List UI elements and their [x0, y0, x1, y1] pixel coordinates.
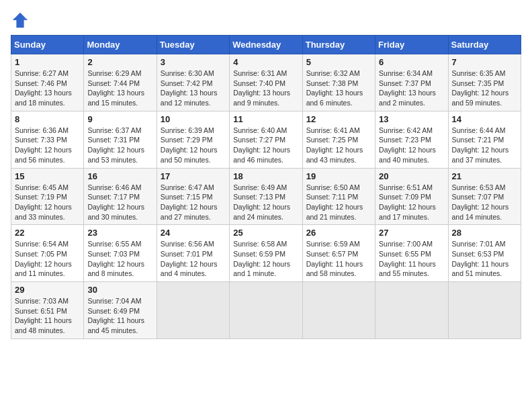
column-header-monday: Monday [84, 36, 157, 54]
calendar-cell: 29Sunrise: 7:03 AMSunset: 6:51 PMDayligh… [11, 282, 84, 339]
day-number: 23 [87, 228, 152, 238]
calendar-cell: 18Sunrise: 6:49 AMSunset: 7:13 PMDayligh… [230, 168, 302, 225]
day-number: 4 [233, 57, 298, 67]
day-info: Sunrise: 6:42 AMSunset: 7:23 PMDaylight:… [379, 126, 444, 165]
calendar-cell [230, 282, 302, 339]
calendar-cell: 1Sunrise: 6:27 AMSunset: 7:46 PMDaylight… [11, 54, 84, 111]
calendar-cell: 12Sunrise: 6:41 AMSunset: 7:25 PMDayligh… [302, 111, 375, 168]
day-number: 16 [87, 171, 152, 181]
calendar-cell: 5Sunrise: 6:32 AMSunset: 7:38 PMDaylight… [302, 54, 375, 111]
day-info: Sunrise: 6:51 AMSunset: 7:09 PMDaylight:… [379, 183, 444, 222]
calendar-cell: 24Sunrise: 6:56 AMSunset: 7:01 PMDayligh… [157, 225, 229, 282]
calendar-cell: 14Sunrise: 6:44 AMSunset: 7:21 PMDayligh… [448, 111, 521, 168]
column-header-sunday: Sunday [11, 36, 84, 54]
calendar-cell: 17Sunrise: 6:47 AMSunset: 7:15 PMDayligh… [157, 168, 229, 225]
day-number: 30 [87, 285, 152, 295]
day-info: Sunrise: 6:44 AMSunset: 7:21 PMDaylight:… [452, 126, 517, 165]
day-info: Sunrise: 6:36 AMSunset: 7:33 PMDaylight:… [15, 126, 80, 165]
day-number: 21 [452, 171, 517, 181]
logo-icon [11, 11, 30, 30]
calendar-week-4: 22Sunrise: 6:54 AMSunset: 7:05 PMDayligh… [11, 225, 521, 282]
day-info: Sunrise: 7:03 AMSunset: 6:51 PMDaylight:… [15, 296, 80, 336]
day-number: 29 [15, 285, 80, 295]
day-info: Sunrise: 6:29 AMSunset: 7:44 PMDaylight:… [87, 68, 152, 108]
day-info: Sunrise: 6:32 AMSunset: 7:38 PMDaylight:… [306, 68, 371, 108]
calendar-cell [375, 282, 448, 339]
day-number: 19 [306, 171, 371, 181]
calendar-header-row: SundayMondayTuesdayWednesdayThursdayFrid… [11, 36, 521, 54]
calendar-cell: 7Sunrise: 6:35 AMSunset: 7:35 PMDaylight… [448, 54, 521, 111]
day-number: 28 [452, 228, 517, 238]
day-number: 18 [233, 171, 298, 181]
day-number: 9 [87, 114, 152, 124]
calendar-cell: 2Sunrise: 6:29 AMSunset: 7:44 PMDaylight… [84, 54, 157, 111]
calendar-cell: 3Sunrise: 6:30 AMSunset: 7:42 PMDaylight… [157, 54, 229, 111]
calendar-cell: 6Sunrise: 6:34 AMSunset: 7:37 PMDaylight… [375, 54, 448, 111]
day-number: 8 [15, 114, 80, 124]
calendar-table: SundayMondayTuesdayWednesdayThursdayFrid… [11, 35, 521, 339]
day-info: Sunrise: 6:37 AMSunset: 7:31 PMDaylight:… [87, 126, 152, 165]
day-info: Sunrise: 6:30 AMSunset: 7:42 PMDaylight:… [161, 68, 226, 108]
day-info: Sunrise: 6:53 AMSunset: 7:07 PMDaylight:… [452, 183, 517, 222]
column-header-saturday: Saturday [448, 36, 521, 54]
calendar-cell: 9Sunrise: 6:37 AMSunset: 7:31 PMDaylight… [84, 111, 157, 168]
calendar-cell: 11Sunrise: 6:40 AMSunset: 7:27 PMDayligh… [230, 111, 302, 168]
calendar-cell: 22Sunrise: 6:54 AMSunset: 7:05 PMDayligh… [11, 225, 84, 282]
day-info: Sunrise: 7:04 AMSunset: 6:49 PMDaylight:… [87, 296, 152, 336]
day-info: Sunrise: 6:41 AMSunset: 7:25 PMDaylight:… [306, 126, 371, 165]
calendar-week-1: 1Sunrise: 6:27 AMSunset: 7:46 PMDaylight… [11, 54, 521, 111]
day-info: Sunrise: 6:31 AMSunset: 7:40 PMDaylight:… [233, 68, 298, 108]
calendar-cell: 15Sunrise: 6:45 AMSunset: 7:19 PMDayligh… [11, 168, 84, 225]
calendar-week-3: 15Sunrise: 6:45 AMSunset: 7:19 PMDayligh… [11, 168, 521, 225]
calendar-cell: 16Sunrise: 6:46 AMSunset: 7:17 PMDayligh… [84, 168, 157, 225]
day-info: Sunrise: 6:49 AMSunset: 7:13 PMDaylight:… [233, 183, 298, 222]
day-number: 20 [379, 171, 444, 181]
calendar-cell: 21Sunrise: 6:53 AMSunset: 7:07 PMDayligh… [448, 168, 521, 225]
calendar-cell: 13Sunrise: 6:42 AMSunset: 7:23 PMDayligh… [375, 111, 448, 168]
day-number: 25 [233, 228, 298, 238]
calendar-cell: 20Sunrise: 6:51 AMSunset: 7:09 PMDayligh… [375, 168, 448, 225]
calendar-cell: 30Sunrise: 7:04 AMSunset: 6:49 PMDayligh… [84, 282, 157, 339]
calendar-cell: 25Sunrise: 6:58 AMSunset: 6:59 PMDayligh… [230, 225, 302, 282]
day-info: Sunrise: 6:56 AMSunset: 7:01 PMDaylight:… [161, 239, 226, 279]
day-number: 6 [379, 57, 444, 67]
day-number: 14 [452, 114, 517, 124]
day-number: 24 [161, 228, 226, 238]
day-number: 27 [379, 228, 444, 238]
day-number: 10 [161, 114, 226, 124]
day-info: Sunrise: 6:55 AMSunset: 7:03 PMDaylight:… [87, 239, 152, 279]
calendar-cell [157, 282, 229, 339]
logo [11, 11, 32, 30]
day-info: Sunrise: 6:39 AMSunset: 7:29 PMDaylight:… [161, 126, 226, 165]
day-info: Sunrise: 7:01 AMSunset: 6:53 PMDaylight:… [452, 239, 517, 279]
calendar-cell: 19Sunrise: 6:50 AMSunset: 7:11 PMDayligh… [302, 168, 375, 225]
day-number: 17 [161, 171, 226, 181]
day-number: 7 [452, 57, 517, 67]
day-info: Sunrise: 6:59 AMSunset: 6:57 PMDaylight:… [306, 239, 371, 279]
column-header-thursday: Thursday [302, 36, 375, 54]
calendar-cell: 8Sunrise: 6:36 AMSunset: 7:33 PMDaylight… [11, 111, 84, 168]
calendar-cell: 27Sunrise: 7:00 AMSunset: 6:55 PMDayligh… [375, 225, 448, 282]
day-info: Sunrise: 7:00 AMSunset: 6:55 PMDaylight:… [379, 239, 444, 279]
calendar-cell: 28Sunrise: 7:01 AMSunset: 6:53 PMDayligh… [448, 225, 521, 282]
day-number: 26 [306, 228, 371, 238]
calendar-week-2: 8Sunrise: 6:36 AMSunset: 7:33 PMDaylight… [11, 111, 521, 168]
calendar-cell: 10Sunrise: 6:39 AMSunset: 7:29 PMDayligh… [157, 111, 229, 168]
column-header-tuesday: Tuesday [157, 36, 229, 54]
day-number: 12 [306, 114, 371, 124]
day-number: 11 [233, 114, 298, 124]
calendar-cell: 26Sunrise: 6:59 AMSunset: 6:57 PMDayligh… [302, 225, 375, 282]
day-info: Sunrise: 6:34 AMSunset: 7:37 PMDaylight:… [379, 68, 444, 108]
day-info: Sunrise: 6:45 AMSunset: 7:19 PMDaylight:… [15, 183, 80, 222]
calendar-cell: 4Sunrise: 6:31 AMSunset: 7:40 PMDaylight… [230, 54, 302, 111]
day-info: Sunrise: 6:46 AMSunset: 7:17 PMDaylight:… [87, 183, 152, 222]
column-header-wednesday: Wednesday [230, 36, 302, 54]
day-info: Sunrise: 6:58 AMSunset: 6:59 PMDaylight:… [233, 239, 298, 279]
day-info: Sunrise: 6:35 AMSunset: 7:35 PMDaylight:… [452, 68, 517, 108]
day-number: 5 [306, 57, 371, 67]
day-info: Sunrise: 6:50 AMSunset: 7:11 PMDaylight:… [306, 183, 371, 222]
calendar-cell [302, 282, 375, 339]
day-info: Sunrise: 6:27 AMSunset: 7:46 PMDaylight:… [15, 68, 80, 108]
column-header-friday: Friday [375, 36, 448, 54]
day-number: 13 [379, 114, 444, 124]
